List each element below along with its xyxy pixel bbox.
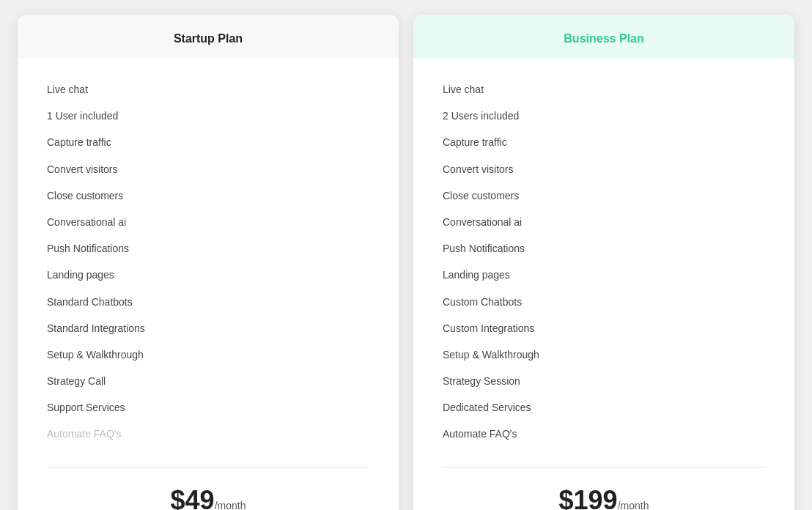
plan-price-value-startup: $49 (171, 485, 215, 510)
plan-price-period-business: /month (618, 500, 649, 510)
plan-card-startup: Startup PlanLive chat1 User includedCapt… (18, 15, 399, 510)
feature-item-business-8: Custom Chatbots (443, 289, 765, 315)
plan-title-business: Business Plan (428, 32, 780, 45)
feature-item-startup-10: Setup & Walkthrough (47, 341, 369, 368)
feature-item-startup-0: Live chat (47, 76, 369, 103)
plan-title-startup: Startup Plan (32, 32, 384, 45)
plan-price-period-startup: /month (215, 500, 246, 510)
feature-item-startup-1: 1 User included (47, 103, 369, 129)
feature-item-business-2: Capture traffic (443, 129, 765, 155)
feature-item-startup-3: Convert visitors (47, 156, 369, 182)
feature-item-startup-5: Conversational ai (47, 209, 369, 235)
feature-item-business-1: 2 Users included (443, 103, 765, 129)
plan-divider-business (443, 467, 765, 468)
feature-item-startup-11: Strategy Call (47, 368, 369, 394)
feature-item-business-7: Landing pages (443, 262, 765, 288)
plan-features-startup: Live chat1 User includedCapture trafficC… (18, 59, 399, 459)
feature-item-business-12: Dedicated Services (443, 394, 765, 421)
plan-header-business: Business Plan (413, 15, 794, 59)
feature-item-business-6: Push Notifications (443, 235, 765, 262)
plan-price-value-business: $199 (559, 485, 618, 510)
feature-item-business-4: Close customers (443, 182, 765, 209)
feature-item-startup-7: Landing pages (47, 262, 369, 288)
plans-container: Startup PlanLive chat1 User includedCapt… (18, 15, 794, 510)
feature-item-business-13: Automate FAQ's (443, 421, 765, 447)
plan-header-startup: Startup Plan (18, 15, 399, 59)
feature-item-startup-12: Support Services (47, 394, 369, 421)
plan-pricing-business: $199/month+ $20 per month per user (413, 479, 794, 510)
plan-pricing-startup: $49/month+ $10 per month per user (18, 479, 399, 510)
plan-price-business: $199/month (428, 485, 780, 510)
feature-item-startup-8: Standard Chatbots (47, 289, 369, 315)
feature-item-business-0: Live chat (443, 76, 765, 103)
feature-item-business-5: Conversational ai (443, 209, 765, 235)
plan-card-business: Business PlanLive chat2 Users includedCa… (413, 15, 794, 510)
plan-divider-startup (47, 467, 369, 468)
plan-price-startup: $49/month (32, 485, 384, 510)
feature-item-startup-9: Standard Integrations (47, 315, 369, 341)
feature-item-startup-13: Automate FAQ's (47, 421, 369, 447)
plan-features-business: Live chat2 Users includedCapture traffic… (413, 59, 794, 459)
feature-item-business-3: Convert visitors (443, 156, 765, 182)
feature-item-business-11: Strategy Session (443, 368, 765, 394)
feature-item-startup-2: Capture traffic (47, 129, 369, 155)
feature-item-startup-6: Push Notifications (47, 235, 369, 262)
feature-item-business-9: Custom Integrations (443, 315, 765, 341)
feature-item-business-10: Setup & Walkthrough (443, 341, 765, 368)
feature-item-startup-4: Close customers (47, 182, 369, 209)
